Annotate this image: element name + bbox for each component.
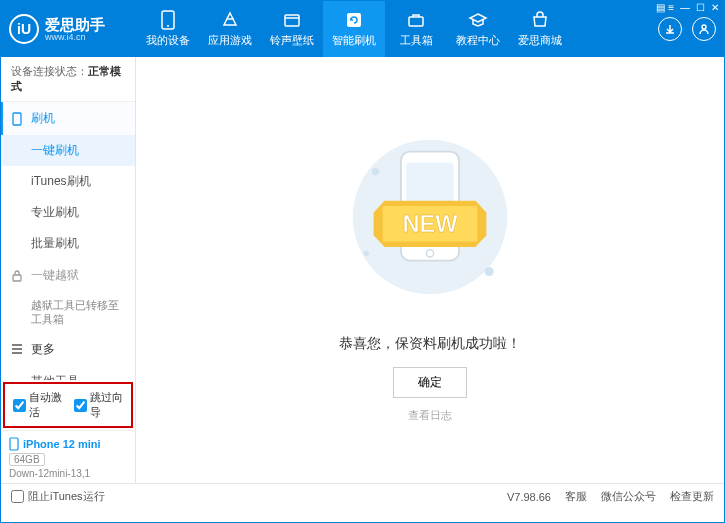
refresh-icon bbox=[344, 10, 364, 30]
svg-rect-8 bbox=[10, 438, 18, 450]
apps-icon bbox=[220, 10, 240, 30]
svg-rect-2 bbox=[285, 15, 299, 26]
nav-apps[interactable]: 应用游戏 bbox=[199, 1, 261, 57]
checkbox-input[interactable] bbox=[74, 399, 87, 412]
nav-label: 铃声壁纸 bbox=[270, 33, 314, 48]
wallet-icon bbox=[282, 10, 302, 30]
version-label: V7.98.66 bbox=[507, 491, 551, 503]
checkbox-block-itunes[interactable]: 阻止iTunes运行 bbox=[11, 489, 105, 504]
svg-rect-7 bbox=[13, 275, 21, 281]
graduation-icon bbox=[468, 10, 488, 30]
view-log-link[interactable]: 查看日志 bbox=[408, 408, 452, 423]
phone-icon bbox=[158, 10, 178, 30]
sidebar-item-other-tools[interactable]: 其他工具 bbox=[1, 366, 135, 380]
check-update-link[interactable]: 检查更新 bbox=[670, 489, 714, 504]
app-site: www.i4.cn bbox=[45, 32, 105, 42]
svg-point-10 bbox=[372, 168, 379, 175]
device-icon bbox=[9, 437, 19, 451]
sidebar-item-batch-flash[interactable]: 批量刷机 bbox=[1, 228, 135, 259]
status-label: 设备连接状态： bbox=[11, 65, 88, 77]
download-button[interactable] bbox=[658, 17, 682, 41]
jailbreak-note: 越狱工具已转移至 工具箱 bbox=[1, 292, 135, 333]
main-nav: 我的设备 应用游戏 铃声壁纸 智能刷机 工具箱 教程中心 爱思商城 bbox=[137, 1, 571, 57]
nav-label: 教程中心 bbox=[456, 33, 500, 48]
nav-tutorials[interactable]: 教程中心 bbox=[447, 1, 509, 57]
close-icon[interactable]: ✕ bbox=[711, 2, 719, 13]
sidebar-group-more[interactable]: 更多 bbox=[1, 333, 135, 366]
checkbox-label: 自动激活 bbox=[29, 390, 62, 420]
success-illustration: NEW bbox=[330, 117, 530, 317]
customer-service-link[interactable]: 客服 bbox=[565, 489, 587, 504]
menu-icon bbox=[11, 344, 25, 354]
lock-icon bbox=[11, 270, 25, 282]
device-info[interactable]: iPhone 12 mini 64GB Down-12mini-13,1 bbox=[1, 430, 135, 483]
nav-label: 工具箱 bbox=[400, 33, 433, 48]
wechat-link[interactable]: 微信公众号 bbox=[601, 489, 656, 504]
checkbox-input[interactable] bbox=[11, 490, 24, 503]
nav-store[interactable]: 爱思商城 bbox=[509, 1, 571, 57]
menu-icon[interactable]: ▤ ≡ bbox=[656, 2, 674, 13]
toolbox-icon bbox=[406, 10, 426, 30]
banner-text: NEW bbox=[402, 211, 458, 237]
nav-smart-flash[interactable]: 智能刷机 bbox=[323, 1, 385, 57]
device-name: iPhone 12 mini bbox=[9, 437, 127, 451]
group-label: 一键越狱 bbox=[31, 267, 79, 284]
sidebar-item-pro-flash[interactable]: 专业刷机 bbox=[1, 197, 135, 228]
nav-ringtones[interactable]: 铃声壁纸 bbox=[261, 1, 323, 57]
checkbox-label: 阻止iTunes运行 bbox=[28, 489, 105, 504]
svg-point-5 bbox=[702, 25, 706, 29]
app-header: iU 爱思助手 www.i4.cn 我的设备 应用游戏 铃声壁纸 智能刷机 工具… bbox=[1, 1, 724, 57]
checkbox-skip-guide[interactable]: 跳过向导 bbox=[74, 390, 123, 420]
nav-label: 我的设备 bbox=[146, 33, 190, 48]
maximize-icon[interactable]: ☐ bbox=[696, 2, 705, 13]
checkbox-auto-activate[interactable]: 自动激活 bbox=[13, 390, 62, 420]
app-name: 爱思助手 bbox=[45, 17, 105, 32]
group-label: 更多 bbox=[31, 341, 55, 358]
svg-rect-4 bbox=[409, 17, 423, 26]
nav-label: 智能刷机 bbox=[332, 33, 376, 48]
options-highlight-box: 自动激活 跳过向导 bbox=[3, 382, 133, 428]
checkbox-input[interactable] bbox=[13, 399, 26, 412]
nav-label: 爱思商城 bbox=[518, 33, 562, 48]
user-button[interactable] bbox=[692, 17, 716, 41]
sidebar-group-jailbreak[interactable]: 一键越狱 bbox=[1, 259, 135, 292]
connection-status: 设备连接状态：正常模式 bbox=[1, 57, 135, 102]
sidebar-group-flash[interactable]: 刷机 bbox=[1, 102, 135, 135]
nav-label: 应用游戏 bbox=[208, 33, 252, 48]
svg-point-12 bbox=[364, 251, 369, 256]
sidebar-item-oneclick-flash[interactable]: 一键刷机 bbox=[1, 135, 135, 166]
group-label: 刷机 bbox=[31, 110, 55, 127]
store-icon bbox=[530, 10, 550, 30]
success-message: 恭喜您，保资料刷机成功啦！ bbox=[339, 335, 521, 353]
ok-button[interactable]: 确定 bbox=[393, 367, 467, 398]
nav-my-device[interactable]: 我的设备 bbox=[137, 1, 199, 57]
footer: 阻止iTunes运行 V7.98.66 客服 微信公众号 检查更新 bbox=[1, 483, 724, 509]
device-firmware: Down-12mini-13,1 bbox=[9, 468, 127, 479]
checkbox-label: 跳过向导 bbox=[90, 390, 123, 420]
svg-point-1 bbox=[167, 25, 169, 27]
logo: iU 爱思助手 www.i4.cn bbox=[9, 14, 137, 44]
logo-icon: iU bbox=[9, 14, 39, 44]
svg-rect-3 bbox=[347, 13, 361, 27]
flash-icon bbox=[11, 112, 25, 126]
storage-badge: 64GB bbox=[9, 453, 45, 466]
main-content: NEW 恭喜您，保资料刷机成功啦！ 确定 查看日志 bbox=[136, 57, 724, 483]
svg-point-11 bbox=[485, 267, 494, 276]
svg-rect-6 bbox=[13, 113, 21, 125]
minimize-icon[interactable]: — bbox=[680, 2, 690, 13]
sidebar-item-itunes-flash[interactable]: iTunes刷机 bbox=[1, 166, 135, 197]
nav-toolbox[interactable]: 工具箱 bbox=[385, 1, 447, 57]
sidebar: 设备连接状态：正常模式 刷机 一键刷机 iTunes刷机 专业刷机 批量刷机 一… bbox=[1, 57, 136, 483]
